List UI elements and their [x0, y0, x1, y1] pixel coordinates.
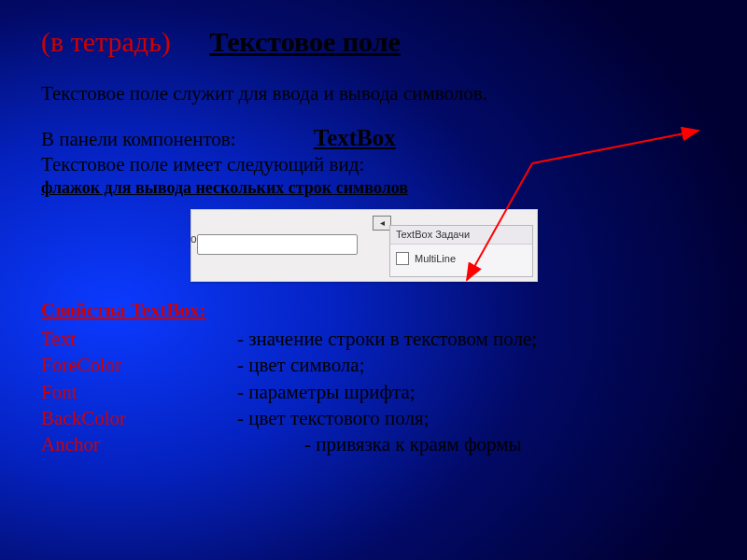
title-prefix: (в тетрадь) — [41, 26, 171, 57]
flag-line: флажок для вывода нескольких строк симво… — [41, 178, 710, 198]
prop-name: Anchor — [41, 431, 237, 457]
handle-icon: o — [190, 232, 197, 245]
components-label: В панели компонентов: — [41, 128, 236, 150]
intro-text: Текстовое поле служит для ввода и вывода… — [41, 82, 710, 105]
multiline-label: MultiLine — [415, 253, 456, 264]
prop-name: Text — [41, 326, 237, 352]
prop-row: Font - параметры шрифта; — [41, 379, 710, 405]
prop-name: BackColor — [41, 405, 237, 431]
components-line: В панели компонентов: TextBox — [41, 125, 710, 151]
prop-name: ForeColor — [41, 352, 237, 378]
prop-desc: - цвет символа; — [237, 352, 365, 378]
prop-desc: - привязка к краям формы — [304, 431, 522, 457]
smart-tag-icon: ◂ — [373, 216, 391, 231]
prop-row: Text - значение строки в текстовом поле; — [41, 326, 710, 352]
prop-row: BackColor - цвет текстового поля; — [41, 405, 710, 431]
textbox-preview — [197, 234, 358, 255]
slide: (в тетрадь) Текстовое поле Текстовое пол… — [0, 0, 747, 560]
prop-name: Font — [41, 379, 237, 405]
prop-row: Anchor - привязка к краям формы — [41, 431, 710, 457]
prop-desc: - значение строки в текстовом поле; — [237, 326, 537, 352]
tasks-panel-header: TextBox Задачи — [390, 226, 532, 245]
props-list: Text - значение строки в текстовом поле;… — [41, 326, 710, 458]
props-heading: Свойства TextBox: — [41, 299, 710, 322]
title-main: Текстовое поле — [209, 26, 400, 57]
prop-desc: - цвет текстового поля; — [237, 405, 429, 431]
prop-desc: - параметры шрифта; — [237, 379, 416, 405]
multiline-row: MultiLine — [390, 245, 532, 273]
tasks-panel: TextBox Задачи MultiLine — [389, 225, 533, 277]
checkbox-icon — [396, 252, 409, 265]
appearance-line: Текстовое поле имеет следующий вид: — [41, 153, 710, 176]
component-name: TextBox — [314, 125, 396, 150]
designer-screenshot: o ◂ TextBox Задачи MultiLine — [190, 209, 538, 282]
title-row: (в тетрадь) Текстовое поле — [41, 26, 710, 58]
prop-row: ForeColor - цвет символа; — [41, 352, 710, 378]
